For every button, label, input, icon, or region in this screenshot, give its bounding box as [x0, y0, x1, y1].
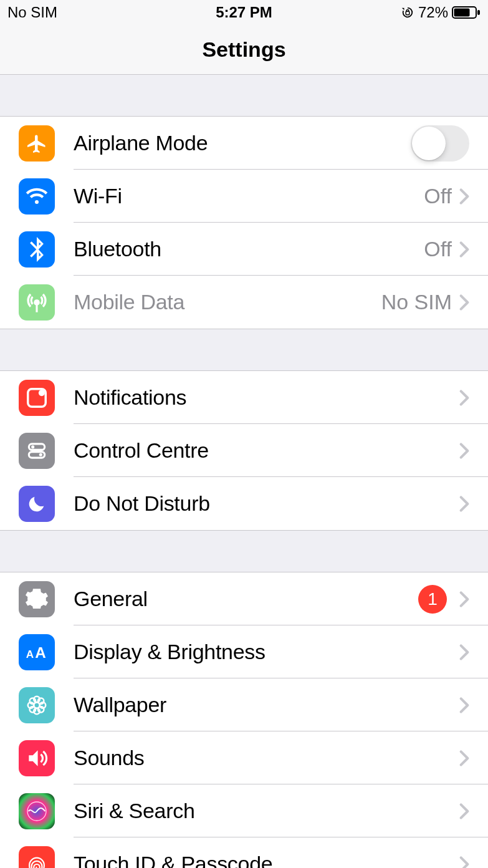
row-label: Control Centre [74, 438, 459, 463]
flower-icon [19, 687, 55, 723]
control-centre-icon [19, 433, 55, 469]
row-label: Notifications [74, 385, 459, 410]
fingerprint-icon [19, 846, 55, 869]
group-gap [0, 75, 488, 116]
chevron-right-icon [459, 442, 469, 460]
row-label: Display & Brightness [74, 640, 459, 664]
airplane-icon [19, 125, 55, 162]
svg-point-7 [31, 445, 34, 448]
airplane-toggle[interactable] [411, 125, 469, 162]
notification-badge: 1 [418, 585, 447, 614]
chevron-right-icon [459, 697, 469, 714]
row-airplane-mode[interactable]: Airplane Mode [0, 117, 488, 170]
row-mobile-data[interactable]: Mobile Data No SIM [0, 276, 488, 329]
orientation-lock-icon [401, 6, 414, 19]
svg-text:A: A [35, 644, 46, 660]
gear-icon [19, 581, 55, 617]
battery-percent: 72% [418, 4, 448, 21]
row-label: Siri & Search [74, 799, 459, 823]
row-label: Do Not Disturb [74, 491, 459, 516]
wifi-icon [19, 178, 55, 215]
svg-text:A: A [26, 647, 34, 660]
svg-point-9 [39, 453, 42, 456]
settings-group-connectivity: Airplane Mode Wi-Fi Off Bluetooth Off Mo… [0, 116, 488, 329]
row-label: Airplane Mode [74, 131, 411, 155]
chevron-right-icon [459, 803, 469, 820]
row-touch-id-passcode[interactable]: Touch ID & Passcode [0, 837, 488, 868]
row-label: Wallpaper [74, 693, 459, 717]
row-wifi[interactable]: Wi-Fi Off [0, 170, 488, 223]
row-siri-search[interactable]: Siri & Search [0, 784, 488, 837]
svg-rect-2 [454, 9, 470, 17]
row-bluetooth[interactable]: Bluetooth Off [0, 223, 488, 276]
chevron-right-icon [459, 750, 469, 767]
row-control-centre[interactable]: Control Centre [0, 424, 488, 477]
row-wallpaper[interactable]: Wallpaper [0, 678, 488, 731]
notifications-icon [19, 380, 55, 416]
chevron-right-icon [459, 856, 469, 869]
chevron-right-icon [459, 241, 469, 258]
row-sounds[interactable]: Sounds [0, 731, 488, 784]
settings-group-device: General 1 AA Display & Brightness Wallpa… [0, 572, 488, 868]
row-notifications[interactable]: Notifications [0, 371, 488, 424]
clock: 5:27 PM [216, 4, 272, 21]
chevron-right-icon [459, 591, 469, 608]
svg-rect-3 [477, 10, 480, 15]
antenna-icon [19, 284, 55, 321]
row-do-not-disturb[interactable]: Do Not Disturb [0, 477, 488, 530]
row-label: General [74, 587, 418, 611]
svg-rect-6 [29, 443, 44, 450]
settings-group-alerts: Notifications Control Centre Do Not Dist… [0, 370, 488, 531]
svg-rect-0 [406, 11, 409, 15]
status-bar: No SIM 5:27 PM 72% [0, 0, 488, 25]
bluetooth-icon [19, 231, 55, 268]
row-label: Sounds [74, 746, 459, 770]
svg-point-5 [39, 390, 45, 396]
carrier-label: No SIM [7, 4, 57, 21]
row-label: Wi-Fi [74, 184, 424, 208]
nav-bar: Settings [0, 25, 488, 75]
row-value: No SIM [381, 290, 452, 314]
chevron-right-icon [459, 644, 469, 661]
chevron-right-icon [459, 294, 469, 311]
speaker-icon [19, 740, 55, 776]
group-gap [0, 329, 488, 370]
row-label: Touch ID & Passcode [74, 852, 459, 868]
row-display-brightness[interactable]: AA Display & Brightness [0, 625, 488, 678]
battery-icon [452, 6, 481, 19]
chevron-right-icon [459, 389, 469, 407]
page-title: Settings [202, 37, 285, 62]
row-value: Off [424, 184, 452, 208]
chevron-right-icon [459, 495, 469, 513]
row-general[interactable]: General 1 [0, 572, 488, 625]
siri-icon [19, 793, 55, 829]
moon-icon [19, 486, 55, 522]
text-size-icon: AA [19, 634, 55, 670]
chevron-right-icon [459, 188, 469, 205]
row-value: Off [424, 237, 452, 261]
row-label: Bluetooth [74, 237, 424, 261]
row-label: Mobile Data [74, 290, 381, 314]
group-gap [0, 531, 488, 572]
